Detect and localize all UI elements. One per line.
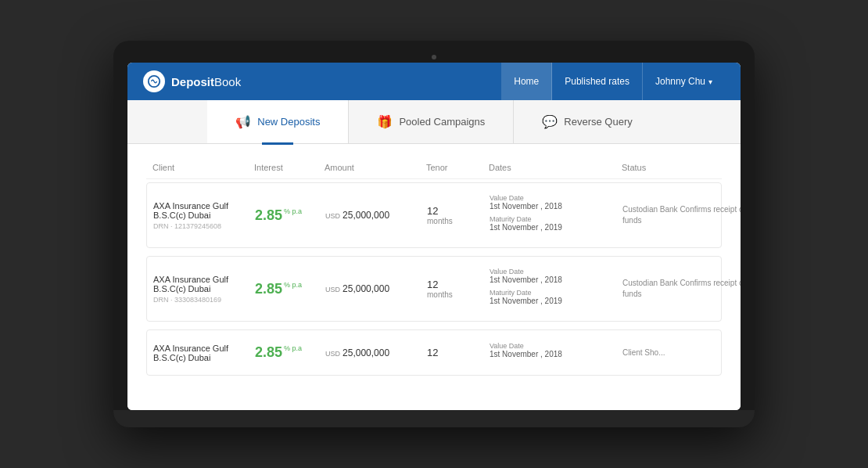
status-cell: Custodian Bank Confirms receipt of funds (616, 204, 741, 226)
laptop-screen: DepositBook Home Published rates Johnny … (127, 63, 741, 410)
tab-new-deposits[interactable]: 📢 New Deposits (207, 100, 349, 143)
gift-icon: 🎁 (377, 114, 393, 129)
tenor-cell: 12 months (421, 205, 483, 225)
dates-cell: Value Date 1st November , 2018 Maturity … (483, 194, 616, 236)
table-row: AXA Insurance Gulf B.S.C(c) Dubai DRN · … (146, 256, 722, 322)
nav-home[interactable]: Home (501, 63, 552, 100)
dates-cell: Value Date 1st November , 2018 (483, 342, 616, 363)
col-client: Client (146, 163, 248, 172)
client-cell: AXA Insurance Gulf B.S.C(c) Dubai (147, 344, 249, 362)
megaphone-icon: 📢 (235, 114, 251, 129)
interest-cell: 2.85 % p.a (249, 344, 319, 361)
table-header: Client Interest Amount Tenor Dates Statu… (146, 157, 722, 179)
tenor-cell: 12 (421, 347, 483, 358)
tab-pooled-campaigns[interactable]: 🎁 Pooled Campaigns (349, 100, 514, 143)
interest-cell: 2.85 % p.a (249, 207, 319, 224)
amount-cell: USD 25,000,000 (319, 283, 421, 294)
tab-reverse-query[interactable]: 💬 Reverse Query (514, 100, 660, 143)
amount-cell: USD 25,000,000 (319, 210, 421, 221)
nav-links: Home Published rates Johnny Chu ▾ (501, 63, 725, 100)
client-cell: AXA Insurance Gulf B.S.C(c) Dubai DRN · … (147, 201, 249, 230)
col-status: Status (615, 163, 741, 172)
nav-user-menu[interactable]: Johnny Chu ▾ (643, 63, 725, 100)
navbar: DepositBook Home Published rates Johnny … (127, 63, 741, 100)
camera-dot (432, 55, 436, 59)
dropdown-arrow-icon: ▾ (708, 77, 712, 86)
status-cell: Client Sho... (616, 347, 722, 358)
laptop-frame: DepositBook Home Published rates Johnny … (113, 41, 755, 427)
dates-cell: Value Date 1st November , 2018 Maturity … (483, 268, 616, 310)
logo-icon (143, 70, 165, 92)
col-tenor: Tenor (420, 163, 482, 172)
col-amount: Amount (318, 163, 420, 172)
content-area: Client Interest Amount Tenor Dates Statu… (127, 144, 741, 410)
table-row: AXA Insurance Gulf B.S.C(c) Dubai DRN · … (146, 182, 722, 248)
logo-area: DepositBook (143, 70, 501, 92)
interest-cell: 2.85 % p.a (249, 281, 319, 297)
amount-cell: USD 25,000,000 (319, 347, 421, 358)
client-cell: AXA Insurance Gulf B.S.C(c) Dubai DRN · … (147, 275, 249, 304)
laptop-bottom (113, 410, 755, 427)
nav-published-rates[interactable]: Published rates (552, 63, 643, 100)
col-interest: Interest (248, 163, 318, 172)
status-cell: Custodian Bank Confirms receipt of funds (616, 278, 741, 300)
col-dates: Dates (482, 163, 615, 172)
brand-name: DepositBook (171, 75, 241, 88)
tabs-area: 📢 New Deposits 🎁 Pooled Campaigns 💬 Reve… (127, 100, 741, 144)
table-row: AXA Insurance Gulf B.S.C(c) Dubai 2.85 %… (146, 329, 722, 376)
tenor-cell: 12 months (421, 279, 483, 299)
chat-icon: 💬 (542, 114, 558, 129)
